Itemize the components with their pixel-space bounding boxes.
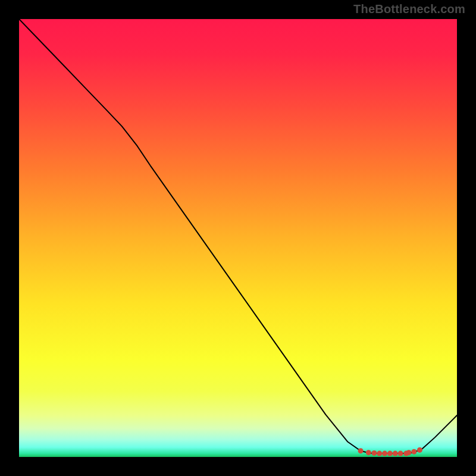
marker-dot [358, 448, 364, 453]
gradient-background [19, 19, 457, 457]
plot-svg [19, 19, 457, 457]
marker-dot [398, 451, 403, 456]
marker-dot [382, 451, 387, 456]
marker-dot [377, 451, 382, 456]
chart-container: TheBottleneck.com [0, 0, 476, 476]
plot-frame [19, 19, 457, 457]
marker-dot [371, 450, 377, 456]
marker-dot [393, 451, 398, 456]
marker-dot [366, 450, 371, 455]
marker-dot [387, 451, 393, 456]
marker-dot [406, 450, 412, 455]
watermark-text: TheBottleneck.com [353, 2, 465, 16]
marker-dot [411, 449, 416, 455]
marker-dot [417, 447, 422, 453]
